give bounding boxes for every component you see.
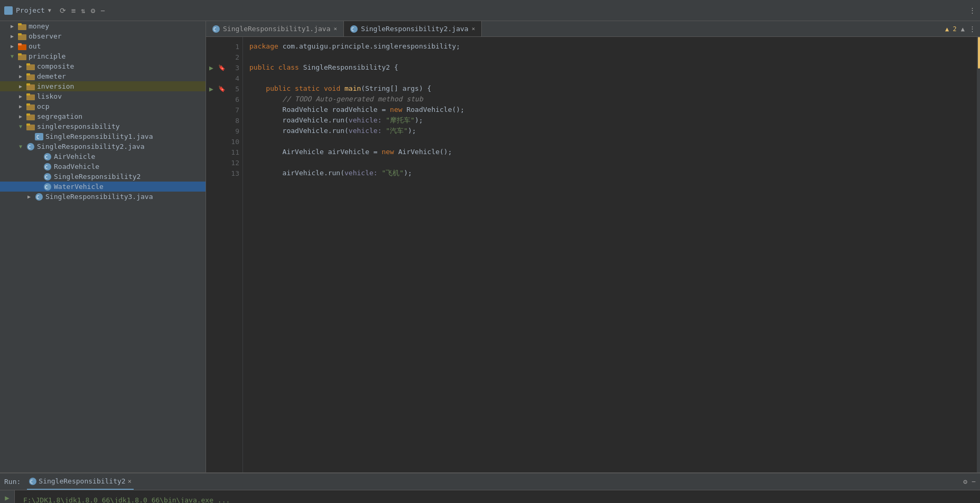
- sync-icon[interactable]: ⟳: [60, 6, 66, 15]
- class-icon: C: [43, 153, 52, 160]
- sidebar-item-ocp[interactable]: ▶ ocp: [0, 101, 206, 111]
- string: "飞机": [381, 168, 404, 178]
- warning-badge[interactable]: ▲ 2: [945, 25, 957, 33]
- svg-rect-13: [26, 83, 30, 86]
- sidebar-item-money[interactable]: ▶ money: [0, 21, 206, 31]
- keyword: class: [278, 62, 303, 73]
- sidebar-label: SingleResponsibility1.java: [45, 132, 153, 140]
- code: RoadVehicle roadVehicle =: [249, 105, 390, 115]
- sidebar-item-demeter[interactable]: ▶ demeter: [0, 71, 206, 81]
- sidebar-label: liskov: [37, 92, 62, 100]
- tab-sr1[interactable]: C SingleResponsibility1.java ×: [206, 21, 344, 36]
- settings-icon[interactable]: ⚙: [963, 478, 967, 486]
- tab-bar: C SingleResponsibility1.java × C SingleR…: [206, 21, 980, 37]
- title-bar: Project ▼ ⟳ ≡ ⇅ ⚙ − ⋮: [0, 0, 980, 21]
- sidebar-item-sr2-class[interactable]: ▶ C SingleResponsibility2: [0, 172, 206, 182]
- code-line-12: [249, 157, 977, 168]
- method-name: main: [344, 83, 361, 94]
- keyword: void: [324, 83, 344, 94]
- sidebar-item-observer[interactable]: ▶ observer: [0, 31, 206, 41]
- minimize-icon[interactable]: −: [100, 6, 105, 15]
- sidebar: ▶ money ▶ observer ▶ out: [0, 21, 206, 472]
- arrow-icon: ▶: [11, 33, 18, 39]
- string: "摩托车": [386, 115, 415, 126]
- sidebar-item-watervehicle[interactable]: ▶ C WaterVehicle: [0, 182, 206, 192]
- more-icon[interactable]: ⋮: [969, 6, 976, 14]
- class-icon: C: [43, 173, 52, 181]
- code-line-8: roadVehicle.run(vehicle: "摩托车");: [249, 115, 977, 126]
- more-options-icon[interactable]: ⋮: [969, 25, 976, 33]
- expand-up-icon[interactable]: ▲: [961, 25, 965, 33]
- scrollbar-right[interactable]: [977, 37, 980, 472]
- sidebar-item-sr2[interactable]: ▼ C SingleResponsibility2.java: [0, 141, 206, 151]
- keyword: public: [266, 83, 295, 94]
- gutter: 1 2 ▶ 🔖 3 4: [206, 37, 243, 472]
- sidebar-item-out[interactable]: ▶ out: [0, 41, 206, 51]
- folder-icon: [26, 63, 35, 70]
- code-content[interactable]: package com.atguigu.principle.singleresp…: [243, 37, 977, 472]
- arrow-icon: ▶: [11, 23, 18, 29]
- gutter-line-13: 13: [206, 168, 242, 178]
- editor-toolbar-right: ▲ 2 ▲ ⋮: [945, 25, 980, 33]
- minimize-run-icon[interactable]: −: [972, 478, 976, 486]
- sidebar-item-airvehicle[interactable]: ▶ C AirVehicle: [0, 151, 206, 162]
- sidebar-item-sr1[interactable]: ▶ C SingleResponsibility1.java: [0, 131, 206, 141]
- line-number-5: 5: [227, 85, 242, 93]
- tab-sr2[interactable]: C SingleResponsibility2.java ×: [344, 21, 482, 36]
- sidebar-item-roadvehicle[interactable]: ▶ C RoadVehicle: [0, 162, 206, 172]
- run-tab-close[interactable]: ×: [128, 478, 132, 485]
- run-icon-3[interactable]: ▶: [206, 64, 217, 72]
- arrow-icon: ▶: [19, 63, 26, 69]
- svg-rect-9: [26, 63, 30, 65]
- code-line-13: airVehicle.run(vehicle: "飞机");: [249, 168, 977, 178]
- folder-icon: [18, 33, 26, 40]
- arrow-icon: ▶: [19, 103, 26, 109]
- align-icon[interactable]: ≡: [71, 6, 76, 15]
- keyword: package: [249, 41, 283, 52]
- sidebar-item-sr3[interactable]: ▶ C SingleResponsibility3.java: [0, 192, 206, 202]
- project-dropdown[interactable]: ▼: [48, 7, 51, 13]
- tab-close-button[interactable]: ×: [472, 25, 475, 32]
- editor-area: C SingleResponsibility1.java × C SingleR…: [206, 21, 980, 472]
- sidebar-label: WaterVehicle: [54, 183, 104, 191]
- tab-close-button[interactable]: ×: [334, 25, 338, 32]
- code-editor: 1 2 ▶ 🔖 3 4: [206, 37, 980, 472]
- sidebar-item-principle[interactable]: ▼ principle: [0, 51, 206, 61]
- param-hint: vehicle:: [349, 126, 386, 136]
- gutter-line-7: 7: [206, 105, 242, 115]
- sidebar-label: SingleResponsibility2: [54, 173, 141, 181]
- sidebar-label: RoadVehicle: [54, 163, 99, 170]
- sidebar-item-singleresponsibility[interactable]: ▼ singleresponsibility: [0, 121, 206, 131]
- code: );: [415, 115, 423, 126]
- expand-icon[interactable]: ⇅: [81, 6, 85, 15]
- param-hint: vehicle:: [344, 168, 381, 178]
- sidebar-item-segregation[interactable]: ▶ segregation: [0, 111, 206, 121]
- keyword: static: [295, 83, 324, 94]
- gear-icon[interactable]: ⚙: [91, 6, 95, 15]
- arrow-icon: ▶: [19, 113, 26, 119]
- sidebar-label: demeter: [37, 72, 66, 80]
- folder-icon: [26, 113, 35, 120]
- run-play-icon[interactable]: ▶: [5, 493, 9, 502]
- project-label[interactable]: Project: [16, 6, 45, 14]
- sidebar-item-composite[interactable]: ▶ composite: [0, 61, 206, 71]
- run-icon-5[interactable]: ▶: [206, 85, 217, 93]
- run-tab[interactable]: C SingleResponsibility2 ×: [27, 473, 134, 490]
- svg-rect-19: [26, 113, 30, 116]
- sidebar-item-inversion[interactable]: ▶ inversion: [0, 81, 206, 91]
- tab-label: SingleResponsibility1.java: [223, 25, 331, 33]
- code-line-5: public static void main(String[] args) {: [249, 83, 977, 94]
- svg-text:C: C: [45, 155, 48, 160]
- sidebar-item-liskov[interactable]: ▶ liskov: [0, 91, 206, 101]
- main-layout: ▶ money ▶ observer ▶ out: [0, 21, 980, 472]
- arrow-icon: ▼: [11, 53, 18, 59]
- string: "汽车": [386, 126, 408, 136]
- code-line-6: // TODO Auto-generated method stub: [249, 94, 977, 105]
- window-controls: ⋮: [969, 6, 976, 14]
- sidebar-label: out: [29, 42, 41, 50]
- arrow-icon: ▶: [19, 83, 26, 89]
- folder-icon: [18, 53, 26, 60]
- keyword: public: [249, 62, 278, 73]
- svg-rect-7: [18, 53, 22, 55]
- java-file-icon: C: [26, 143, 35, 150]
